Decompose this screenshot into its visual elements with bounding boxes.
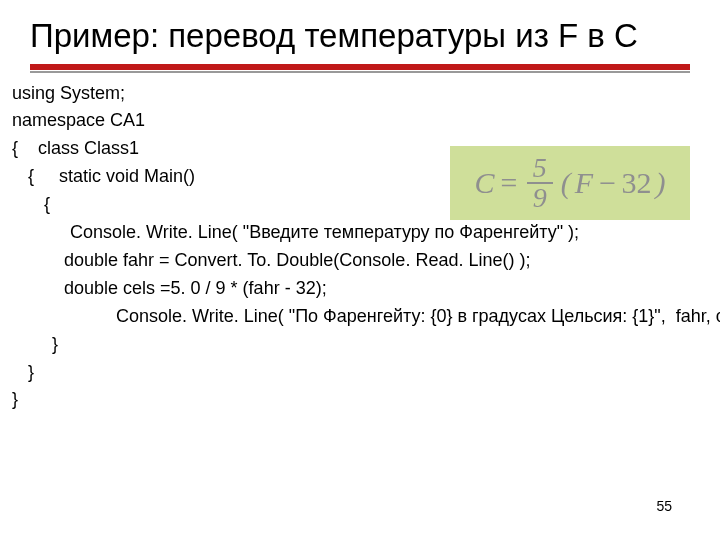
formula-const: 32 [621, 166, 651, 200]
title-underline [30, 64, 690, 70]
formula-lhs: C [475, 166, 495, 200]
formula-minus: − [597, 166, 617, 200]
formula-var: F [575, 166, 593, 200]
formula: C = 5 9 ( F − 32 ) [475, 154, 666, 212]
code-line-9: Console. Write. Line( "По Фаренгейту: {0… [64, 303, 690, 331]
slide: Пример: перевод температуры из F в C C =… [0, 0, 720, 540]
slide-title: Пример: перевод температуры из F в C [0, 0, 720, 56]
formula-denominator: 9 [527, 184, 553, 212]
code-line-7: double fahr = Convert. To. Double(Consol… [64, 247, 690, 275]
code-line-12: } [12, 386, 690, 414]
code-line-10: } [52, 331, 690, 359]
formula-eq: = [499, 166, 519, 200]
formula-close-paren: ) [655, 166, 665, 200]
code-line-2: namespace CA1 [12, 107, 690, 135]
formula-numerator: 5 [527, 154, 553, 182]
formula-box: C = 5 9 ( F − 32 ) [450, 146, 690, 220]
code-line-1: using System; [12, 80, 690, 108]
formula-open-paren: ( [561, 166, 571, 200]
code-block: using System; namespace CA1 { class Clas… [0, 76, 720, 415]
formula-fraction: 5 9 [527, 154, 553, 212]
code-line-8: double cels =5. 0 / 9 * (fahr - 32); [64, 275, 690, 303]
code-line-11: } [28, 359, 690, 387]
page-number: 55 [656, 498, 672, 514]
code-line-6: Console. Write. Line( "Введите температу… [70, 219, 690, 247]
